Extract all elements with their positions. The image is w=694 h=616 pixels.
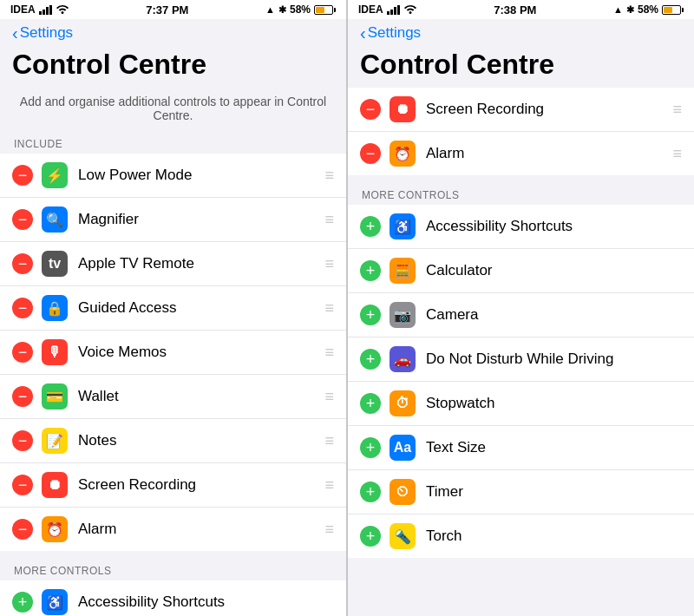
signal-icon-right [387, 5, 400, 15]
add-btn-timer[interactable]: + [360, 482, 381, 502]
more-list-partial-left: +♿Accessibility Shortcuts [0, 580, 346, 616]
time-left: 7:37 PM [146, 3, 188, 16]
back-chevron-right: ‹ [360, 24, 366, 42]
add-btn-camera[interactable]: + [360, 305, 381, 325]
carrier-right: IDEA [358, 3, 383, 16]
battery-icon-right [662, 5, 684, 15]
item-label-notes: Notes [78, 432, 318, 449]
more-item-calculator: +🧮Calculator [348, 249, 694, 293]
list-item-guided-access: −🔒Guided Access≡ [0, 286, 346, 331]
included-partial-right: −⏺Screen Recording≡−⏰Alarm≡ [348, 88, 694, 175]
bluetooth-icon-left: ✱ [278, 4, 286, 16]
remove-btn-screen-recording[interactable]: − [12, 475, 33, 495]
remove-btn-guided-access[interactable]: − [12, 298, 33, 318]
location-icon-right: ▲ [613, 4, 623, 15]
drag-handle-wallet[interactable]: ≡ [324, 388, 334, 406]
item-label-wallet: Wallet [78, 388, 318, 405]
add-btn-torch[interactable]: + [360, 526, 381, 547]
back-chevron-left: ‹ [12, 24, 18, 42]
item-label-voice-memos: Voice Memos [78, 344, 318, 361]
include-header: INCLUDE [0, 131, 346, 154]
battery-pct-left: 58% [290, 3, 311, 16]
drag-handle-screen-recording[interactable]: ≡ [324, 476, 334, 495]
more-item-accessibility-shortcuts-partial: +♿Accessibility Shortcuts [0, 580, 346, 616]
remove-btn-voice-memos[interactable]: − [12, 342, 33, 363]
item-label-more-torch: Torch [426, 528, 682, 545]
list-item-voice-memos: −🎙Voice Memos≡ [0, 331, 346, 375]
add-btn-accessibility-shortcuts[interactable]: + [360, 216, 381, 237]
wifi-icon-right [403, 3, 417, 16]
item-label-more-accessibility-shortcuts-partial: Accessibility Shortcuts [78, 593, 334, 611]
status-right-right: ▲ ✱ 58% [613, 3, 684, 16]
remove-btn-screen-recording-r[interactable]: − [360, 99, 381, 120]
drag-handle-low-power-mode[interactable]: ≡ [324, 167, 334, 185]
drag-handle-screen-recording-r[interactable]: ≡ [672, 101, 682, 119]
right-panel: IDEA 7:38 PM ▲ ✱ 58% [347, 0, 694, 616]
page-title-left: Control Centre [0, 45, 346, 88]
remove-btn-alarm[interactable]: − [12, 519, 33, 540]
item-label-screen-recording-r: Screen Recording [426, 101, 665, 118]
more-list-right: +♿Accessibility Shortcuts+🧮Calculator+📷C… [348, 205, 694, 558]
list-item-alarm: −⏰Alarm≡ [0, 508, 346, 551]
drag-handle-voice-memos[interactable]: ≡ [324, 344, 334, 362]
scroll-area-right[interactable]: −⏺Screen Recording≡−⏰Alarm≡ MORE CONTROL… [348, 88, 694, 616]
more-item-timer: +⏲Timer [348, 470, 694, 514]
scroll-area-left[interactable]: INCLUDE −⚡Low Power Mode≡−🔍Magnifier≡−tv… [0, 131, 346, 616]
back-button-left[interactable]: ‹ Settings [12, 24, 334, 42]
drag-handle-alarm-r[interactable]: ≡ [672, 145, 682, 163]
more-controls-header-left: MORE CONTROLS [0, 558, 346, 580]
status-left: IDEA [10, 3, 69, 16]
item-label-more-accessibility-shortcuts: Accessibility Shortcuts [426, 218, 682, 235]
status-bar-right: IDEA 7:38 PM ▲ ✱ 58% [348, 0, 694, 19]
remove-btn-wallet[interactable]: − [12, 386, 33, 407]
nav-bar-left: ‹ Settings [0, 19, 346, 45]
add-btn-do-not-disturb[interactable]: + [360, 349, 381, 370]
battery-icon-left [314, 5, 336, 15]
add-btn-stopwatch[interactable]: + [360, 393, 381, 414]
list-item-alarm-r: −⏰Alarm≡ [348, 132, 694, 175]
list-item-magnifier: −🔍Magnifier≡ [0, 198, 346, 242]
more-controls-header-right: MORE CONTROLS [348, 182, 694, 205]
remove-btn-alarm-r[interactable]: − [360, 143, 381, 164]
more-item-do-not-disturb: +🚗Do Not Disturb While Driving [348, 337, 694, 382]
more-item-stopwatch: +⏱Stopwatch [348, 382, 694, 426]
remove-btn-low-power-mode[interactable]: − [12, 165, 33, 186]
list-item-screen-recording: −⏺Screen Recording≡ [0, 463, 346, 508]
more-item-camera: +📷Camera [348, 293, 694, 337]
list-item-notes: −📝Notes≡ [0, 419, 346, 463]
signal-icon-left [39, 5, 52, 15]
remove-btn-magnifier[interactable]: − [12, 209, 33, 230]
back-label-left: Settings [20, 24, 73, 42]
list-item-screen-recording-r: −⏺Screen Recording≡ [348, 88, 694, 132]
item-label-guided-access: Guided Access [78, 299, 318, 317]
item-label-low-power-mode: Low Power Mode [78, 167, 318, 184]
back-button-right[interactable]: ‹ Settings [360, 24, 682, 42]
item-label-more-stopwatch: Stopwatch [426, 395, 682, 412]
add-btn-accessibility-shortcuts-partial[interactable]: + [12, 592, 33, 613]
item-label-more-calculator: Calculator [426, 262, 682, 279]
remove-btn-notes[interactable]: − [12, 430, 33, 451]
item-label-alarm: Alarm [78, 521, 318, 538]
item-label-more-timer: Timer [426, 483, 682, 501]
battery-pct-right: 58% [638, 3, 658, 16]
location-icon-left: ▲ [265, 4, 275, 15]
back-label-right: Settings [368, 24, 421, 42]
status-left-right: IDEA [358, 3, 417, 16]
item-label-magnifier: Magnifier [78, 211, 318, 228]
list-item-low-power-mode: −⚡Low Power Mode≡ [0, 154, 346, 198]
status-bar-left: IDEA 7:37 PM ▲ ✱ 58% [0, 0, 346, 19]
drag-handle-notes[interactable]: ≡ [324, 432, 334, 450]
nav-bar-right: ‹ Settings [348, 19, 694, 45]
drag-handle-guided-access[interactable]: ≡ [324, 299, 334, 318]
drag-handle-alarm[interactable]: ≡ [324, 521, 334, 539]
item-label-screen-recording: Screen Recording [78, 476, 318, 494]
add-btn-text-size[interactable]: + [360, 437, 381, 458]
remove-btn-apple-tv-remote[interactable]: − [12, 253, 33, 274]
add-btn-calculator[interactable]: + [360, 260, 381, 281]
drag-handle-magnifier[interactable]: ≡ [324, 211, 334, 229]
item-label-more-do-not-disturb: Do Not Disturb While Driving [426, 351, 682, 368]
wifi-icon-left [56, 3, 69, 16]
included-list: −⚡Low Power Mode≡−🔍Magnifier≡−tvApple TV… [0, 154, 346, 551]
more-item-text-size: +AaText Size [348, 426, 694, 470]
drag-handle-apple-tv-remote[interactable]: ≡ [324, 255, 334, 273]
